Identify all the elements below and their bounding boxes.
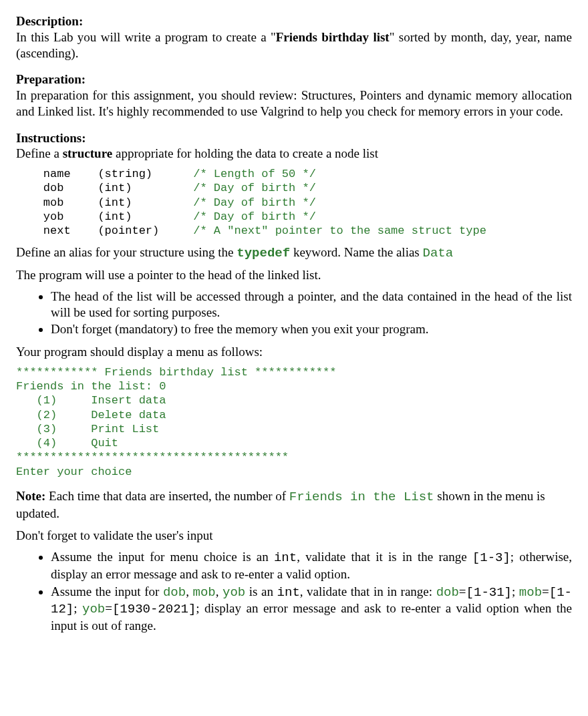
txt: = — [459, 584, 466, 598]
list-item: The head of the list will be accessed th… — [51, 289, 572, 321]
note-line: Note: Each time that data are inserted, … — [16, 488, 572, 522]
list-item: Assume the input for dob, mob, yob is an… — [51, 584, 572, 634]
txt: , validate that in in range: — [300, 584, 436, 598]
description-heading: Description: — [16, 14, 83, 28]
alias-pre: Define an alias for your structure using… — [16, 245, 237, 259]
instructions-intro-post: appropriate for holding the data to crea… — [112, 146, 378, 160]
validate-intro: Don't forget to validate the user's inpu… — [16, 528, 572, 544]
section-preparation: Preparation: In preparation for this ass… — [16, 71, 572, 119]
alias-mid: keyword. Name the alias — [290, 245, 422, 259]
headptr-intro: The program will use a pointer to the he… — [16, 267, 572, 283]
instructions-intro-bold: structure — [63, 146, 113, 160]
txt: = — [542, 584, 549, 598]
txt: is an — [245, 584, 277, 598]
preparation-heading: Preparation: — [16, 72, 86, 86]
instructions-intro-pre: Define a — [16, 146, 63, 160]
txt: , — [216, 584, 223, 598]
code-int: int — [274, 550, 297, 565]
note-t1: Each time that data are inserted, the nu… — [45, 489, 289, 503]
txt: ; — [512, 584, 519, 598]
list-item: Don't forget (mandatory) to free the mem… — [51, 321, 572, 337]
list-item: Assume the input for menu choice is an i… — [51, 549, 572, 582]
txt: , validate that it is in the range — [297, 550, 472, 564]
code-yob: yob — [223, 585, 245, 600]
menu-intro: Your program should display a menu as fo… — [16, 344, 572, 360]
typedef-keyword: typedef — [237, 246, 290, 260]
note-heading: Note: — [16, 489, 45, 503]
code-range: [1-3] — [472, 550, 510, 565]
code-int: int — [277, 585, 300, 600]
validate-bullets: Assume the input for menu choice is an i… — [16, 549, 572, 634]
menu-code: ************ Friends birthday list *****… — [16, 365, 572, 479]
description-text-pre: In this Lab you will write a program to … — [16, 30, 276, 44]
txt: Assume the input for menu choice is an — [51, 550, 274, 564]
txt: ; — [74, 601, 82, 615]
code-range: [1-31] — [466, 585, 512, 600]
headptr-bullets: The head of the list will be accessed th… — [16, 289, 572, 337]
description-bold: Friends birthday list — [276, 30, 390, 44]
code-yob2: yob — [82, 602, 105, 616]
code-mob: mob — [192, 585, 215, 600]
section-instructions: Instructions: Define a structure appropr… — [16, 130, 572, 634]
alias-name: Data — [423, 246, 454, 260]
txt: = — [105, 601, 112, 615]
structure-definition: name (string) /* Length of 50 */ dob (in… — [16, 167, 572, 238]
txt: , — [186, 584, 192, 598]
code-dob2: dob — [436, 585, 459, 600]
code-mob2: mob — [519, 585, 542, 600]
note-code: Friends in the List — [289, 490, 434, 504]
alias-line: Define an alias for your structure using… — [16, 244, 572, 262]
preparation-text: In preparation for this assignment, you … — [16, 88, 572, 118]
code-range: [1930-2021] — [112, 602, 196, 616]
code-dob: dob — [163, 585, 186, 600]
txt: Assume the input for — [51, 584, 163, 598]
instructions-heading: Instructions: — [16, 131, 86, 145]
section-description: Description: In this Lab you will write … — [16, 13, 572, 61]
